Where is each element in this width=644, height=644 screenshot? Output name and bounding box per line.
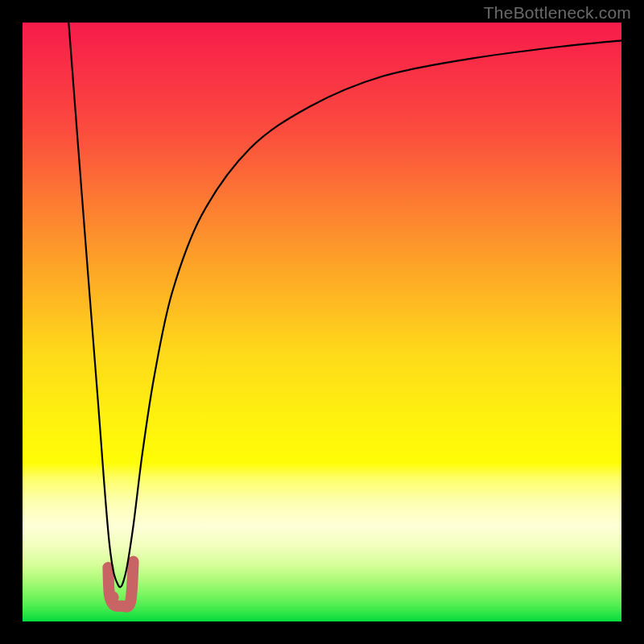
bottleneck-chart <box>23 23 621 621</box>
marker-dot <box>106 591 119 604</box>
gradient-background <box>23 23 621 621</box>
chart-plot-area <box>23 23 621 621</box>
watermark-text: TheBottleneck.com <box>484 3 631 23</box>
